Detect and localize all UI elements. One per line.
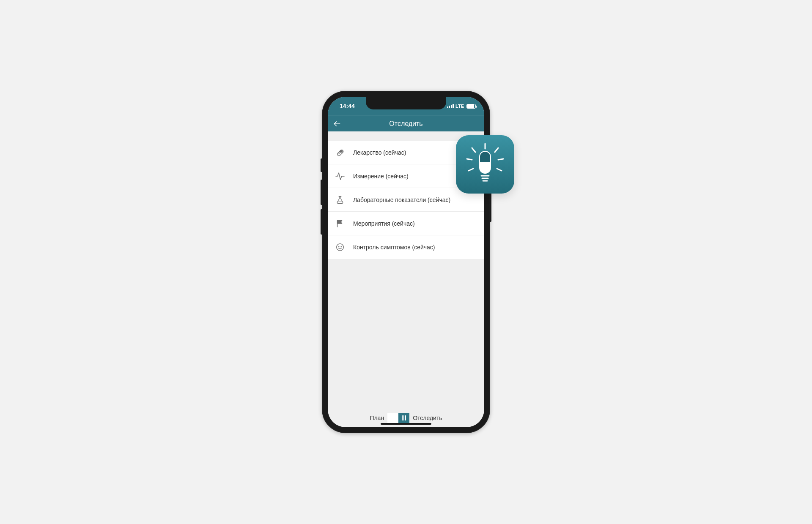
smile-icon	[334, 241, 346, 254]
app-icon-badge	[456, 135, 514, 194]
svg-line-8	[495, 148, 498, 152]
svg-line-12	[497, 169, 502, 171]
toggle-track-button[interactable]	[398, 413, 409, 423]
signal-icon	[447, 104, 454, 108]
pulse-icon	[334, 170, 346, 183]
svg-point-5	[341, 246, 341, 247]
home-indicator	[381, 423, 431, 425]
status-right: LTE	[447, 104, 476, 109]
battery-icon	[466, 104, 476, 109]
list-item-symptoms[interactable]: Контроль симптомов (сейчас)	[328, 235, 484, 259]
segmented-control	[387, 413, 409, 423]
list-item-events[interactable]: Мероприятия (сейчас)	[328, 212, 484, 235]
lightbulb-pill-icon	[462, 141, 508, 188]
list-item-label: Лекарство (сейчас)	[353, 149, 406, 156]
svg-line-11	[469, 169, 473, 171]
flag-icon	[334, 217, 346, 230]
status-time: 14:44	[340, 103, 355, 109]
status-network: LTE	[455, 104, 464, 109]
bottom-toggle: План Отследить	[328, 413, 484, 423]
canvas: 14:44 LTE Отследить	[110, 71, 702, 453]
nav-bar: Отследить	[328, 115, 484, 131]
svg-point-4	[339, 246, 339, 247]
bars-icon	[402, 415, 406, 420]
arrow-left-icon	[333, 120, 341, 128]
back-button[interactable]	[328, 116, 346, 131]
toggle-plan-button[interactable]	[387, 413, 398, 423]
list-item-label: Контроль симптомов (сейчас)	[353, 244, 435, 251]
svg-line-9	[467, 159, 472, 160]
list-item-label: Измерение (сейчас)	[353, 173, 409, 180]
flask-icon	[334, 194, 346, 206]
list-item-label: Мероприятия (сейчас)	[353, 220, 415, 227]
svg-rect-1	[337, 149, 344, 156]
list-item-label: Лабораторные показатели (сейчас)	[353, 196, 450, 203]
page-title: Отследить	[328, 120, 484, 128]
pill-icon	[334, 146, 346, 159]
list-item-labs[interactable]: Лабораторные показатели (сейчас)	[328, 188, 484, 212]
toggle-right-label: Отследить	[413, 415, 442, 421]
svg-line-7	[472, 148, 475, 152]
svg-point-3	[337, 244, 344, 251]
svg-line-10	[498, 159, 503, 160]
toggle-left-label: План	[370, 415, 384, 421]
notch	[366, 97, 446, 109]
